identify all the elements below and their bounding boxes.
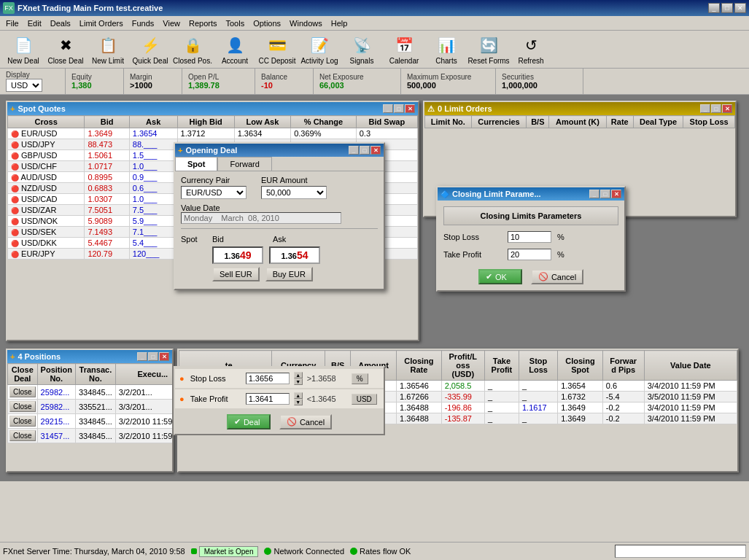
close-btn-1[interactable]: Close — [9, 401, 36, 412]
limit-min-btn[interactable]: _ — [700, 104, 710, 113]
take-profit-type-btn[interactable]: USD — [352, 394, 377, 405]
cc-deposit-button[interactable]: 💳 CC Deposit — [257, 31, 298, 67]
close-button[interactable]: ✕ — [734, 3, 746, 13]
take-profit-up-btn[interactable]: ▲ — [294, 392, 303, 399]
spot-ask: 0.6___ — [129, 183, 177, 194]
maximize-button[interactable]: □ — [721, 3, 733, 13]
exec-time: 3/2/2010 11:59 PM — [115, 429, 172, 443]
activity-log-button[interactable]: 📝 Activity Log — [299, 31, 340, 67]
spot-bid: 0.6883 — [85, 183, 129, 194]
spot-minimize-btn[interactable]: _ — [383, 104, 393, 113]
pos-col-4: Execu... — [115, 364, 172, 385]
spot-ask: 1.5___ — [129, 150, 177, 161]
menu-deals[interactable]: Deals — [46, 18, 75, 29]
close-deal-button[interactable]: ✖ Close Deal — [45, 31, 86, 67]
bt-col-value-date: Value Date — [644, 351, 737, 381]
tab-forward[interactable]: Forward — [217, 157, 271, 171]
deal-green-check: ✔ — [234, 417, 241, 427]
limit-max-btn[interactable]: □ — [711, 104, 721, 113]
stop-loss-up-btn[interactable]: ▲ — [294, 372, 303, 378]
close-btn-2[interactable]: Close — [9, 416, 36, 427]
stop-loss-input[interactable] — [246, 373, 290, 384]
minimize-button[interactable]: _ — [708, 3, 720, 13]
deal-max-btn[interactable]: □ — [360, 146, 370, 155]
currency-pair-select[interactable]: EUR/USD — [181, 186, 247, 199]
quick-deal-button[interactable]: ⚡ Quick Deal — [130, 31, 171, 67]
max-exposure-value: 500,000 — [407, 81, 489, 90]
margin-value: >1000 — [130, 81, 176, 90]
signals-button[interactable]: 📡 Signals — [341, 31, 382, 67]
bid-highlight: 49 — [240, 249, 252, 261]
new-limit-button[interactable]: 📋 New Limit — [88, 31, 128, 67]
take-profit-down-btn[interactable]: ▼ — [294, 399, 303, 405]
cl-stop-loss-input[interactable] — [508, 231, 551, 243]
pos-max-btn[interactable]: □ — [148, 352, 158, 361]
menu-tools[interactable]: Tools — [222, 18, 249, 29]
cl-max-btn[interactable]: □ — [600, 190, 610, 198]
spot-maximize-btn[interactable]: □ — [394, 104, 404, 113]
eur-amount-select[interactable]: 50,000 — [261, 186, 327, 199]
cl-take-profit-input[interactable] — [508, 249, 551, 260]
menu-options[interactable]: Options — [249, 18, 285, 29]
balance-value: -10 — [261, 81, 307, 90]
menu-reports[interactable]: Reports — [185, 18, 222, 29]
deal-close-btn[interactable]: ✕ — [370, 146, 381, 155]
value-date-input[interactable] — [181, 212, 341, 224]
calendar-button[interactable]: 📅 Calendar — [384, 31, 424, 67]
new-deal-button[interactable]: 📄 New Deal — [3, 31, 44, 67]
display-select[interactable]: USD — [6, 79, 42, 92]
close-btn-0[interactable]: Close — [9, 386, 36, 397]
positions-panel: + 4 Positions _ □ ✕ CloseDeal PositionNo… — [6, 349, 174, 472]
menu-windows[interactable]: Windows — [285, 18, 327, 29]
sell-eur-button[interactable]: Sell EUR — [212, 267, 260, 281]
cl-close-btn[interactable]: ✕ — [611, 190, 621, 198]
menu-file[interactable]: File — [1, 18, 23, 29]
menu-limit-orders[interactable]: Limit Orders — [75, 18, 128, 29]
securities-label: Securities — [502, 73, 577, 81]
ask-label: Ask — [273, 235, 291, 244]
deal-button[interactable]: ✔ Deal — [227, 414, 271, 429]
reset-forms-button[interactable]: 🔄 Reset Forms — [468, 31, 509, 67]
spot-bid: 88.473 — [85, 139, 129, 150]
buy-eur-button[interactable]: Buy EUR — [265, 267, 313, 281]
exec-time: 3/2/2010 11:59 PM — [115, 414, 172, 429]
limit-close-btn[interactable]: ✕ — [722, 104, 732, 113]
tab-spot[interactable]: Spot — [175, 157, 217, 171]
cl-ok-button[interactable]: ✔ OK — [478, 269, 522, 284]
pos-close-btn[interactable]: ✕ — [159, 352, 169, 361]
bt-col-fwd-pips: Forward Pips — [602, 351, 644, 381]
search-box[interactable] — [615, 545, 746, 558]
pos-min-btn[interactable]: _ — [137, 352, 147, 361]
spot-ask: 7.1___ — [129, 227, 177, 238]
menu-help[interactable]: Help — [327, 18, 352, 29]
menu-funds[interactable]: Funds — [128, 18, 159, 29]
balance-label: Balance — [261, 73, 307, 81]
account-button[interactable]: 👤 Account — [214, 31, 255, 67]
spot-ask: 1.3654 — [129, 128, 177, 139]
pos-col-3: Transac.No. — [75, 364, 115, 385]
position-row: Close 25982... 334845... 3/2/201... — [8, 385, 173, 400]
cl-min-btn[interactable]: _ — [589, 190, 599, 198]
spot-cross: 🔴 USD/JPY — [8, 139, 85, 150]
menu-view[interactable]: View — [158, 18, 185, 29]
pos-col-1: CloseDeal — [8, 364, 38, 385]
spot-high-bid: 1.3712 — [177, 128, 234, 139]
refresh-button[interactable]: ↺ Refresh — [511, 31, 551, 67]
charts-button[interactable]: 📊 Charts — [426, 31, 467, 67]
deal-min-btn[interactable]: _ — [349, 146, 359, 155]
cl-cancel-button[interactable]: 🚫 Cancel — [531, 269, 583, 284]
menu-edit[interactable]: Edit — [23, 18, 46, 29]
closed-pos-button[interactable]: 🔒 Closed Pos. — [172, 31, 213, 67]
positions-table: CloseDeal PositionNo. Transac.No. Execu.… — [7, 363, 172, 443]
cancel-deal-button[interactable]: 🚫 Cancel — [279, 414, 332, 429]
stop-loss-type-btn[interactable]: % — [352, 373, 368, 384]
spot-cross: 🔴 USD/CHF — [8, 161, 85, 172]
spot-bid: 1.3649 — [85, 128, 129, 139]
cl-cancel-icon: 🚫 — [538, 272, 548, 281]
spot-bid: 7.5051 — [85, 205, 129, 216]
spot-close-btn[interactable]: ✕ — [405, 104, 415, 113]
limit-orders-table: Limit No. Currencies B/S Amount (K) Rate… — [424, 115, 735, 128]
take-profit-input[interactable] — [246, 393, 290, 405]
stop-loss-down-btn[interactable]: ▼ — [294, 378, 303, 385]
close-btn-3[interactable]: Close — [9, 430, 36, 441]
